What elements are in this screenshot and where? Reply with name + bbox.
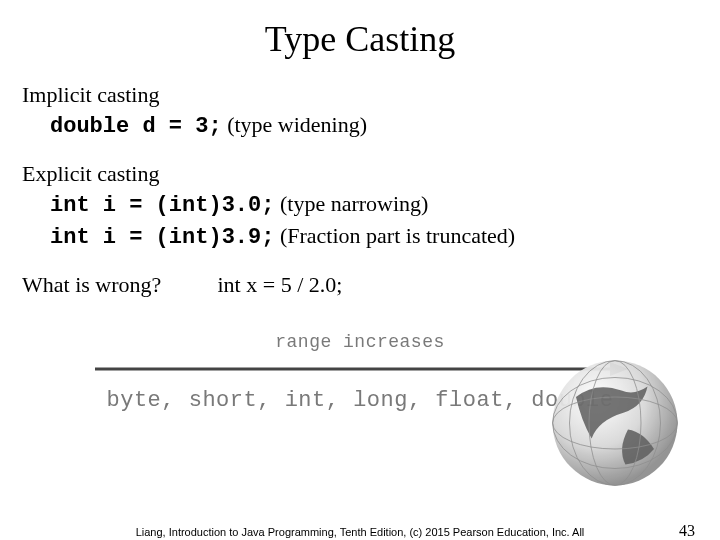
footer: Liang, Introduction to Java Programming,… [0,526,720,540]
implicit-code: double d = 3; [50,114,222,139]
wrong-code: int x = 5 / 2.0; [218,272,343,297]
wrong-question: What is wrong? [22,270,212,300]
explicit-line-1: int i = (int)3.0; (type narrowing) [22,189,698,221]
implicit-heading: Implicit casting [22,80,698,110]
explicit-code-2: int i = (int)3.9; [50,225,274,250]
svg-point-2 [553,361,678,486]
explicit-heading: Explicit casting [22,159,698,189]
wrong-block: What is wrong? int x = 5 / 2.0; [22,270,698,300]
implicit-block: Implicit casting double d = 3; (type wid… [22,80,698,141]
slide-title: Type Casting [0,18,720,60]
globe-icon [550,358,680,488]
implicit-line: double d = 3; (type widening) [22,110,698,142]
slide: Type Casting Implicit casting double d =… [0,18,720,540]
explicit-block: Explicit casting int i = (int)3.0; (type… [22,159,698,252]
page-number: 43 [679,522,695,540]
range-label: range increases [80,330,640,354]
explicit-note-2: (Fraction part is truncated) [274,223,515,248]
explicit-line-2: int i = (int)3.9; (Fraction part is trun… [22,221,698,253]
footer-line-1: Liang, Introduction to Java Programming,… [0,526,720,539]
explicit-code-1: int i = (int)3.0; [50,193,274,218]
implicit-note: (type widening) [222,112,367,137]
explicit-note-1: (type narrowing) [274,191,428,216]
arrow-icon [90,358,630,380]
